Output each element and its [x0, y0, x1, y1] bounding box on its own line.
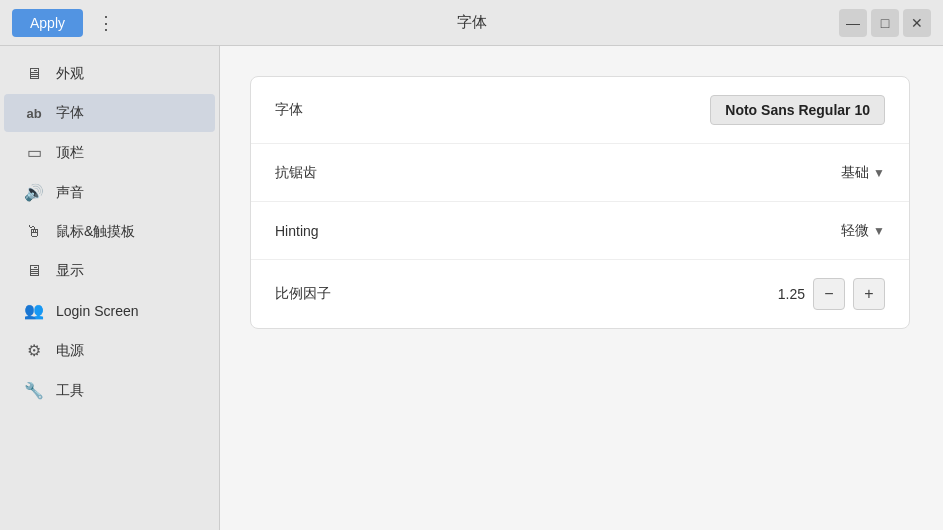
sidebar-label-power: 电源 [56, 342, 84, 360]
antialias-dropdown[interactable]: 基础 ▼ [841, 164, 885, 182]
content-area: 字体 Noto Sans Regular 10 抗锯齿 基础 ▼ Hinting [220, 46, 943, 530]
scale-row: 比例因子 1.25 − + [251, 260, 909, 328]
sidebar-label-login: Login Screen [56, 303, 139, 319]
antialias-value: 基础 [841, 164, 869, 182]
scale-control: 1.25 − + [765, 278, 885, 310]
settings-card: 字体 Noto Sans Regular 10 抗锯齿 基础 ▼ Hinting [250, 76, 910, 329]
sidebar-item-topbar[interactable]: ▭ 顶栏 [4, 133, 215, 172]
minimize-button[interactable]: — [839, 9, 867, 37]
scale-label: 比例因子 [275, 285, 395, 303]
hinting-value: 轻微 [841, 222, 869, 240]
antialias-label: 抗锯齿 [275, 164, 395, 182]
hinting-control[interactable]: 轻微 ▼ [841, 222, 885, 240]
scale-plus-button[interactable]: + [853, 278, 885, 310]
mouse-icon: 🖱 [24, 223, 44, 241]
sidebar-label-sound: 声音 [56, 184, 84, 202]
font-label: 字体 [275, 101, 395, 119]
sidebar-label-appearance: 外观 [56, 65, 84, 83]
appearance-icon: 🖥 [24, 65, 44, 83]
fonts-icon: ab [24, 106, 44, 121]
maximize-button[interactable]: □ [871, 9, 899, 37]
sidebar-label-topbar: 顶栏 [56, 144, 84, 162]
sidebar-label-fonts: 字体 [56, 104, 84, 122]
tools-icon: 🔧 [24, 381, 44, 400]
hinting-label: Hinting [275, 223, 395, 239]
display-icon: 🖥 [24, 262, 44, 280]
antialias-arrow-icon: ▼ [873, 166, 885, 180]
sidebar-label-mouse: 鼠标&触摸板 [56, 223, 135, 241]
power-icon: ⚙ [24, 341, 44, 360]
sidebar-item-fonts[interactable]: ab 字体 [4, 94, 215, 132]
topbar-icon: ▭ [24, 143, 44, 162]
sidebar-item-login[interactable]: 👥 Login Screen [4, 291, 215, 330]
scale-value: 1.25 [765, 286, 805, 302]
sidebar-item-mouse[interactable]: 🖱 鼠标&触摸板 [4, 213, 215, 251]
more-button[interactable]: ⋮ [91, 8, 121, 38]
scale-minus-button[interactable]: − [813, 278, 845, 310]
main-layout: 🖥 外观 ab 字体 ▭ 顶栏 🔊 声音 🖱 鼠标&触摸板 🖥 显示 👥 Log… [0, 46, 943, 530]
login-icon: 👥 [24, 301, 44, 320]
font-control: Noto Sans Regular 10 [710, 95, 885, 125]
font-selector-button[interactable]: Noto Sans Regular 10 [710, 95, 885, 125]
font-row: 字体 Noto Sans Regular 10 [251, 77, 909, 144]
titlebar: Apply ⋮ 字体 — □ ✕ [0, 0, 943, 46]
close-button[interactable]: ✕ [903, 9, 931, 37]
sidebar: 🖥 外观 ab 字体 ▭ 顶栏 🔊 声音 🖱 鼠标&触摸板 🖥 显示 👥 Log… [0, 46, 220, 530]
sidebar-label-display: 显示 [56, 262, 84, 280]
sidebar-item-appearance[interactable]: 🖥 外观 [4, 55, 215, 93]
hinting-arrow-icon: ▼ [873, 224, 885, 238]
sidebar-label-tools: 工具 [56, 382, 84, 400]
window-title: 字体 [457, 13, 487, 32]
antialias-control[interactable]: 基础 ▼ [841, 164, 885, 182]
hinting-row: Hinting 轻微 ▼ [251, 202, 909, 260]
sidebar-item-display[interactable]: 🖥 显示 [4, 252, 215, 290]
window-controls: — □ ✕ [839, 9, 931, 37]
hinting-dropdown[interactable]: 轻微 ▼ [841, 222, 885, 240]
antialias-row: 抗锯齿 基础 ▼ [251, 144, 909, 202]
sidebar-item-sound[interactable]: 🔊 声音 [4, 173, 215, 212]
sidebar-item-tools[interactable]: 🔧 工具 [4, 371, 215, 410]
sound-icon: 🔊 [24, 183, 44, 202]
apply-button[interactable]: Apply [12, 9, 83, 37]
sidebar-item-power[interactable]: ⚙ 电源 [4, 331, 215, 370]
